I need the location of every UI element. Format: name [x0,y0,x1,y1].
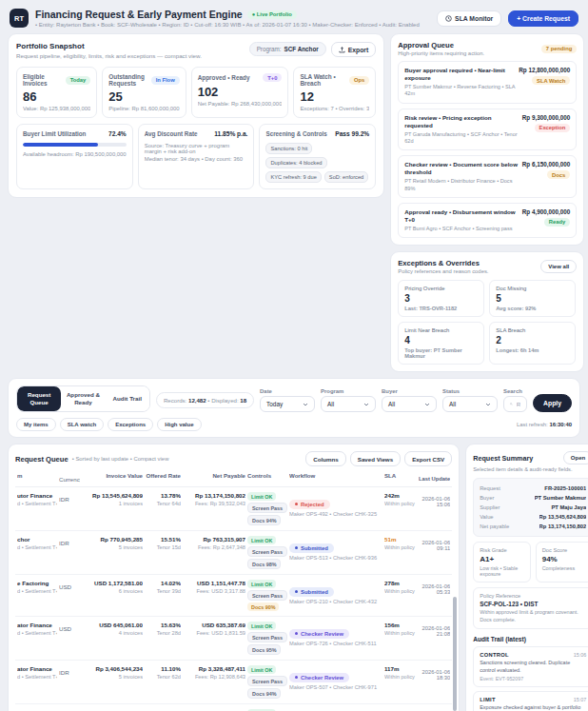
stat-subtext: Exceptions: 7 • Overrides: 3 [300,106,369,111]
screening-pass-value: Pass 99.2% [335,130,369,137]
col-item[interactable]: m [17,472,57,483]
col-last-update[interactable]: Last Update [419,472,450,483]
discount-source: Source: Treasury curve + program margin … [145,143,248,154]
view-all-button[interactable]: View all [540,260,577,273]
col-sla[interactable]: SLA [384,472,417,483]
approval-item-amount: Rp 12,800,000,000 [519,67,570,73]
row-tenor: Tenor 62d [145,674,181,680]
workflow-status-badge: Submitted [289,587,334,597]
page: RT Financing Request & Early Payment Eng… [0,0,588,711]
tab-approved-ready[interactable]: Approved & Ready [61,386,105,411]
row-net-payable: Rp 3,328,487,411 [183,665,245,672]
row-net-payable: USD 1,151,447.78 [183,580,245,586]
workflow-status-label: Submitted [301,545,328,551]
stat-subtext: Net Payable: Rp 268,430,000,000 [198,101,283,107]
row-offered-rate: 14.02% [145,580,181,586]
filter-select[interactable]: All [321,396,376,412]
sla-monitor-button[interactable]: SLA Monitor [437,10,501,27]
approval-queue-item[interactable]: Risk review • Pricing exception requeste… [398,109,577,151]
audit-trail-entry: LIMIT 15:07 Exposure checked against buy… [473,691,588,711]
row-tenor: Tenor 64d [145,501,181,506]
filter-select-label: Date [260,388,315,394]
filter-select-group: Buyer All [382,388,437,412]
table-row[interactable]: e Factoring d • Settlement T+0 USD USD 1… [15,575,452,617]
row-last-update: 2026-01-06 05:33 [419,580,450,595]
saved-views-button[interactable]: Saved Views [350,451,401,466]
row-sla-minutes: 278m [384,580,417,586]
tab-request-queue[interactable]: Request Queue [17,386,61,411]
stat-subtext: Pipeline: Rp 81,600,000,000 [108,106,179,111]
table-row[interactable]: chor d • Settlement T+0 USD USD 78,462.0… [15,704,452,711]
utilization-progress-fill [23,143,98,147]
table-row[interactable]: chor d • Settlement T+0 IDR Rp 770,945,2… [15,531,452,575]
approval-queue-item[interactable]: Approval ready • Disbursement window T+0… [398,203,577,238]
row-sla-minutes: 242m [384,492,417,499]
portfolio-title: Portfolio Snapshot [16,42,202,50]
exceptions-grid: Pricing Override 3 Last: TRS-OVR-1182 Do… [398,280,577,365]
col-controls[interactable]: Controls [247,472,287,483]
create-request-button[interactable]: + Create Request [508,10,578,27]
row-currency: USD [59,622,80,632]
exception-subtext: Top buyer: PT Sumber Makmur [404,347,478,359]
summary-field-value: Rp 13,545,624,809 [539,514,587,520]
row-currency: IDR [59,536,80,546]
row-program-name: chor [17,536,57,543]
screening-chips: Sanctions: 0 hit Duplicates: 4 blocked K… [265,143,369,183]
audit-tag: LIMIT [480,697,496,702]
columns-button[interactable]: Columns [305,451,345,466]
filter-select-value: All [388,401,395,407]
col-net-payable[interactable]: Net Payable [183,472,245,483]
export-button[interactable]: Export [331,42,377,57]
control-chip-screen: Screen Pass [247,546,287,557]
row-currency: IDR [59,665,80,676]
filter-select[interactable]: Today [260,396,315,412]
search-input[interactable] [517,401,520,407]
approval-item-title: Buyer approval required • Near-limit exp… [404,67,515,82]
open-button[interactable]: Open [563,451,588,464]
table-vertical-scrollbar[interactable] [453,483,457,711]
workflow-status-badge: Submitted [289,543,334,553]
summary-field-row: Net payable Rp 13,174,150,802 [480,522,586,531]
tab-audit-trail[interactable]: Audit Trail [106,386,149,411]
screening-chip: SoD: enforced [324,171,368,183]
status-dot-icon [295,676,298,679]
control-chip-screen: Screen Pass [247,590,287,601]
portfolio-stat-card: Outstanding Requests In Flow 25 Pipeline… [102,67,186,118]
table-row[interactable]: utor Finance d • Settlement T+0 IDR Rp 1… [15,487,452,531]
policy-code: SCF-POL-123 • DIST [480,601,586,607]
status-dot-icon [295,590,298,593]
table-row[interactable]: ator Finance d • Settlement T+0 IDR Rp 3… [15,661,452,704]
quick-filter-chip[interactable]: Exceptions [108,418,153,431]
quick-filter-chip[interactable]: SLA watch [60,418,104,431]
exception-subtext: Last: TRS-OVR-1182 [404,306,478,311]
approval-queue-item[interactable]: Checker review • Document score below th… [398,155,577,198]
row-program-name: ator Finance [17,665,57,672]
summary-field-row: Supplier PT Maju Jaya [480,503,586,512]
approval-queue-item[interactable]: Buyer approval required • Near-limit exp… [398,61,577,104]
table-row[interactable]: ator Finance d • Settlement T+0 USD USD … [15,617,452,661]
buyer-limit-utilization-card: Buyer Limit Utilization 72.4% Available … [16,124,133,189]
exception-stat-card: Pricing Override 3 Last: TRS-OVR-1182 [398,280,484,317]
col-offered-rate[interactable]: Offered Rate [145,472,181,483]
filter-select[interactable]: All [442,396,498,412]
export-csv-button[interactable]: Export CSV [404,451,452,466]
audit-trail-list: CONTROL 15:06 Sanctions screening cleare… [473,646,588,711]
filter-select[interactable]: All [382,396,437,412]
row-sla-policy: Within policy [384,588,417,594]
col-workflow[interactable]: Workflow [289,472,382,483]
row-net-payable: Rp 13,174,150,802 [183,492,245,499]
summary-field-row: Request FR-2025-100001 [480,484,586,493]
quick-filter-chip[interactable]: High value [157,418,201,431]
row-program-sub: d • Settlement T+0 [17,674,57,680]
portfolio-stat-card: Eligible Invoices Today 86 Value: Rp 125… [16,67,97,118]
row-net-payable: Rp 763,315,907 [183,536,245,543]
apply-button[interactable]: Apply [533,394,572,412]
exception-stat-card: SLA Breach 2 Longest: 6h 14m [489,322,576,365]
program-chip[interactable]: Program: SCF Anchor [249,42,326,56]
col-invoice-value[interactable]: Invoice Value [82,472,143,483]
quick-filter-chip[interactable]: My items [16,418,56,431]
col-currency[interactable]: Currency [59,472,80,483]
row-program-sub: d • Settlement T+0 [17,630,57,636]
summary-field-key: Supplier [480,504,500,510]
workflow-status-label: Submitted [301,589,328,595]
